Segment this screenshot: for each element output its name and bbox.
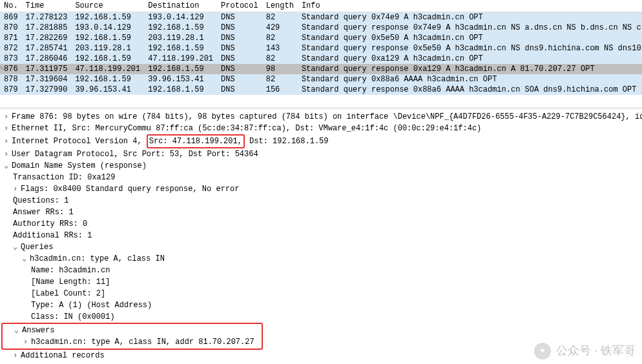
flags-line[interactable]: ›Flags: 0x8400 Standard query response, … <box>4 183 638 195</box>
table-row[interactable]: 87217.285741203.119.28.1192.168.1.59DNS1… <box>0 43 642 54</box>
col-length[interactable]: Length <box>262 0 298 12</box>
answer-rrs[interactable]: Answer RRs: 1 <box>4 207 638 218</box>
packet-list-table[interactable]: No. Time Source Destination Protocol Len… <box>0 0 642 95</box>
expand-icon[interactable]: › <box>13 183 21 195</box>
collapse-icon[interactable]: ⌄ <box>4 160 12 172</box>
ethernet-line[interactable]: ›Ethernet II, Src: MercuryCommu 87:ff:ca… <box>4 123 638 134</box>
frame-line[interactable]: ›Frame 876: 98 bytes on wire (784 bits),… <box>4 111 638 123</box>
watermark-text: 公众号 · 铁军哥 <box>556 342 636 359</box>
query-label-count[interactable]: [Label Count: 2] <box>4 288 638 299</box>
query-name[interactable]: Name: h3cadmin.cn <box>4 265 638 276</box>
udp-line[interactable]: ›User Datagram Protocol, Src Port: 53, D… <box>4 148 638 160</box>
questions-count[interactable]: Questions: 1 <box>4 195 638 207</box>
expand-icon[interactable]: › <box>23 336 31 348</box>
queries-section[interactable]: ⌄Queries <box>4 241 638 253</box>
col-protocol[interactable]: Protocol <box>217 0 262 12</box>
expand-icon[interactable]: › <box>4 123 12 134</box>
column-headers[interactable]: No. Time Source Destination Protocol Len… <box>0 0 642 12</box>
additional-rrs[interactable]: Additional RRs: 1 <box>4 230 638 241</box>
table-row[interactable]: 87017.281885193.0.14.129192.168.1.59DNS4… <box>0 23 642 33</box>
col-info[interactable]: Info <box>298 0 642 12</box>
table-row[interactable]: 86917.278123192.168.1.59193.0.14.129DNS8… <box>0 12 642 23</box>
col-source[interactable]: Source <box>71 0 144 12</box>
table-row[interactable]: 87917.32799039.96.153.41192.168.1.59DNS1… <box>0 85 642 95</box>
authority-rrs[interactable]: Authority RRs: 0 <box>4 218 638 230</box>
answers-section[interactable]: ⌄Answers <box>5 325 259 336</box>
expand-icon[interactable]: › <box>4 136 12 147</box>
query-name-length[interactable]: [Name Length: 11] <box>4 276 638 288</box>
expand-icon[interactable]: › <box>13 350 21 361</box>
collapse-icon[interactable]: ⌄ <box>14 325 22 336</box>
packet-marker-icon: ↳ <box>0 64 4 72</box>
watermark: ✦ 公众号 · 铁军哥 <box>534 342 636 359</box>
request-in-link[interactable]: [Request In: 873] <box>4 361 638 363</box>
expand-icon[interactable]: › <box>4 111 12 123</box>
table-row[interactable]: 87117.282269192.168.1.59203.119.28.1DNS8… <box>0 33 642 43</box>
ip-line[interactable]: ›Internet Protocol Version 4, Src: 47.11… <box>4 134 638 148</box>
query-entry[interactable]: ⌄h3cadmin.cn: type A, class IN <box>4 253 638 265</box>
table-row[interactable]: 87817.319604192.168.1.5939.96.153.41DNS8… <box>0 74 642 85</box>
collapse-icon[interactable]: ⌄ <box>22 253 30 265</box>
expand-icon[interactable]: › <box>4 148 12 160</box>
query-type[interactable]: Type: A (1) (Host Address) <box>4 299 638 311</box>
answer-entry[interactable]: ›h3cadmin.cn: type A, class IN, addr 81.… <box>5 336 259 348</box>
ip-src-highlight: Src: 47.118.199.201, <box>147 134 245 148</box>
packet-list-pane: No. Time Source Destination Protocol Len… <box>0 0 642 108</box>
col-no[interactable]: No. <box>0 0 22 12</box>
query-class[interactable]: Class: IN (0x0001) <box>4 311 638 323</box>
wechat-icon: ✦ <box>534 343 551 359</box>
transaction-id[interactable]: Transaction ID: 0xa129 <box>4 172 638 183</box>
table-row[interactable]: 87617.31197547.118.199.201192.168.1.59DN… <box>0 64 642 74</box>
col-time[interactable]: Time <box>22 0 72 12</box>
table-row[interactable]: 87317.286046192.168.1.5947.118.199.201DN… <box>0 54 642 64</box>
collapse-icon[interactable]: ⌄ <box>13 241 21 253</box>
col-destination[interactable]: Destination <box>144 0 217 12</box>
dns-line[interactable]: ⌄Domain Name System (response) <box>4 160 638 172</box>
packet-details-pane[interactable]: ›Frame 876: 98 bytes on wire (784 bits),… <box>0 108 642 363</box>
